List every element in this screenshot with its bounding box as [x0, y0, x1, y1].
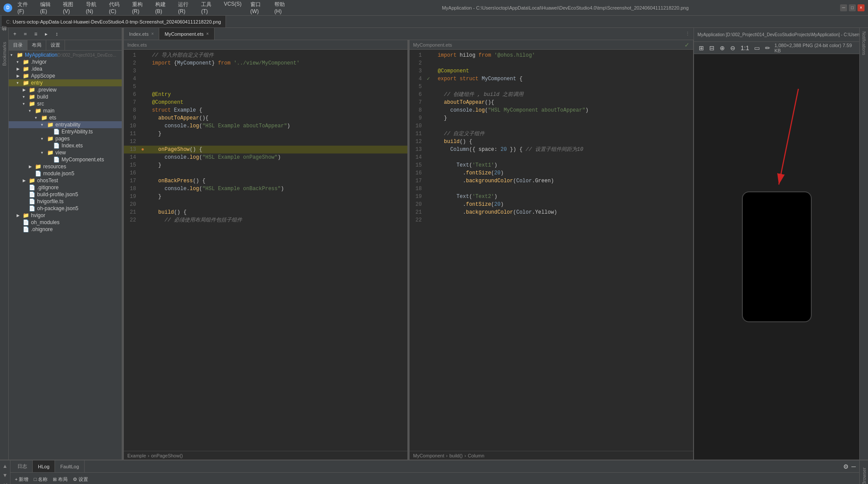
tree-pages[interactable]: ▾ 📁 pages: [9, 135, 122, 142]
sidebar-tab-structure[interactable]: 结构: [0, 31, 8, 38]
tree-oh-modules[interactable]: 📄 oh_modules: [9, 219, 122, 226]
tree-hvigor[interactable]: ▾ 📁 .hvigor: [9, 58, 122, 65]
menu-file[interactable]: 文件(F): [16, 0, 33, 15]
tree-build-profile[interactable]: 📄 build-profile.json5: [9, 191, 122, 198]
window-controls[interactable]: ─ □ ×: [840, 4, 865, 11]
preview-edit-btn[interactable]: ✏: [764, 44, 772, 52]
tree-view[interactable]: ▾ 📁 view: [9, 149, 122, 156]
tab-hlog[interactable]: HLog: [33, 460, 55, 472]
tree-mycomponent-ets[interactable]: 📄 MyComponent.ets: [9, 156, 122, 163]
tree-build[interactable]: ▾ 📁 build: [9, 93, 122, 100]
log-scroll-up[interactable]: ▲: [1, 462, 9, 470]
tab-faultlog[interactable]: FaultLog: [55, 460, 85, 472]
notifications-tab[interactable]: Notifications: [861, 30, 867, 57]
log-layout-btn[interactable]: ⊞ 布局: [51, 475, 69, 484]
add-btn[interactable]: +: [10, 30, 19, 38]
log-tab-bar: 日志 HLog FaultLog ⚙ ─: [10, 460, 859, 473]
sidebar-tab-settings[interactable]: 设置: [46, 40, 65, 50]
menu-edit[interactable]: 编辑(E): [38, 0, 56, 15]
log-tab-right: ⚙ ─: [843, 463, 859, 470]
maximize-button[interactable]: □: [849, 4, 856, 11]
tree-hvigorfile[interactable]: 📄 hvigorfile.ts: [9, 198, 122, 205]
editors-split: Index.ets 1 // 导入外部自定义子组件 2 import {MyCo…: [124, 40, 694, 460]
file-tree: ▾ 📁 MyApplication D:\002_Project\014_Dev…: [9, 51, 122, 460]
sidebar-tab-directory[interactable]: 目录: [9, 40, 27, 50]
path-tab[interactable]: C: Users › octop › AppData › Local › Hua…: [2, 16, 226, 27]
left-code-editor: Index.ets 1 // 导入外部自定义子组件 2 import {MyCo…: [124, 40, 408, 460]
tree-resources[interactable]: ▶ 📁 resources: [9, 163, 122, 170]
run-btn[interactable]: ▸: [42, 30, 51, 38]
path-tab-bar: C: Users › octop › AppData › Local › Hua…: [0, 16, 868, 28]
log-wrap-btn[interactable]: ↩: [1, 481, 9, 484]
menu-view[interactable]: 视图(V): [61, 0, 79, 15]
menu-help[interactable]: 帮助(H): [273, 0, 290, 15]
menu-nav[interactable]: 导航(N): [84, 0, 102, 15]
menu-vcs[interactable]: VCS(S): [222, 0, 243, 15]
tree-idea[interactable]: ▶ 📁 .idea: [9, 65, 122, 72]
tree-ets[interactable]: ▾ 📁 ets: [9, 114, 122, 121]
sidebar-tab-layout[interactable]: 布局: [27, 40, 46, 50]
log-minimize-btn[interactable]: ─: [851, 463, 856, 470]
log-scroll-down[interactable]: ▼: [1, 471, 9, 479]
left-code-content[interactable]: 1 // 导入外部自定义子组件 2 import {MyComponent} f…: [124, 50, 407, 451]
menu-window[interactable]: 窗口(W): [249, 0, 267, 15]
breadcrumb-example: Example: [127, 453, 146, 458]
preview-fit-btn[interactable]: ▭: [753, 44, 761, 52]
log-settings-btn[interactable]: ⚙: [843, 463, 849, 470]
sidebar-tab-bookmarks[interactable]: Bookmarks: [1, 38, 8, 69]
log-settings2-btn[interactable]: ⚙ 设置: [71, 475, 90, 484]
right-code-content[interactable]: 1 import hilog from '@ohos.hilog' 2 3 @C…: [410, 50, 693, 451]
code-line-18: 18 console.log("HSL Example onBackPress"…: [124, 185, 407, 193]
tree-hvigor2[interactable]: ▶ 📁 hvigor: [9, 212, 122, 219]
phone-preview: [742, 191, 812, 322]
rcode-line-10: 10: [410, 122, 693, 130]
collapse-btn[interactable]: =: [21, 30, 30, 38]
menu-run[interactable]: 运行(R): [176, 0, 194, 15]
menu-build[interactable]: 构建(B): [154, 0, 171, 15]
minimize-button[interactable]: ─: [840, 4, 847, 11]
tree-entry[interactable]: ▾ 📁 entry: [9, 79, 122, 86]
menu-btn[interactable]: ≡: [31, 30, 40, 38]
editor-area: Index.ets × MyComponent.ets × ⋮ Index.et…: [124, 28, 694, 460]
menu-bar[interactable]: 文件(F) 编辑(E) 视图(V) 导航(N) 代码(C) 重构(R) 构建(B…: [16, 0, 290, 15]
tab-mycomponent-ets[interactable]: MyComponent.ets ×: [159, 28, 214, 40]
menu-tools[interactable]: 工具(T): [199, 0, 217, 15]
tree-oh-package[interactable]: 📄 oh-package.json5: [9, 205, 122, 212]
close-button[interactable]: ×: [858, 4, 865, 11]
log-add-btn[interactable]: + 新增: [13, 475, 30, 484]
preview-1to1-btn[interactable]: 1:1: [739, 44, 750, 52]
preview-grid-btn[interactable]: ⊞: [697, 44, 705, 52]
code-line-3: 3: [124, 67, 407, 75]
code-line-9: 9 aboutToAppear(){: [124, 114, 407, 122]
tree-src[interactable]: ▾ 📁 src: [9, 100, 122, 107]
log-name-btn[interactable]: □ 名称: [32, 475, 49, 484]
rcode-line-14: 14: [410, 153, 693, 161]
tree-preview[interactable]: ▶ 📁 .preview: [9, 86, 122, 93]
split-editor-btn[interactable]: ⋮: [685, 31, 690, 37]
tree-entryability-ts[interactable]: 📄 EntryAbility.ts: [9, 128, 122, 135]
tree-gitignore[interactable]: 📄 .gitignore: [9, 184, 122, 191]
menu-code[interactable]: 代码(C): [107, 0, 125, 15]
code-line-2: 2 import {MyComponent} from '../view/MyC…: [124, 59, 407, 67]
close-tab-index[interactable]: ×: [151, 31, 154, 36]
svg-line-1: [779, 89, 798, 184]
menu-refactor[interactable]: 重构(R): [130, 0, 148, 15]
tree-module-json5[interactable]: 📄 module.json5: [9, 170, 122, 177]
tree-root[interactable]: ▾ 📁 MyApplication D:\002_Project\014_Dev…: [9, 51, 122, 58]
main-container: 结构 Bookmarks + = ≡ ▸ ↕ 目录 布局 设置 ▾ 📁 MyAp…: [0, 28, 868, 460]
sort-btn[interactable]: ↕: [52, 30, 61, 38]
tree-entryability[interactable]: ▾ 📁 entryability: [9, 121, 122, 128]
preview-zoomout-btn[interactable]: ⊖: [729, 44, 737, 52]
tree-appscope[interactable]: ▶ 📁 AppScope: [9, 72, 122, 79]
tab-log[interactable]: 日志: [12, 460, 33, 472]
left-editor-title: Index.ets: [127, 42, 147, 48]
device-file-browser-tab[interactable]: Device File Browser: [861, 464, 868, 484]
tree-ohignore[interactable]: 📄 .ohignore: [9, 226, 122, 233]
tree-ohostest[interactable]: ▶ 📁 ohosTest: [9, 177, 122, 184]
preview-list-btn[interactable]: ⊟: [708, 44, 716, 52]
tab-index-ets[interactable]: Index.ets ×: [124, 28, 159, 40]
tree-index-ets[interactable]: 📄 Index.ets: [9, 142, 122, 149]
tree-main[interactable]: ▾ 📁 main: [9, 107, 122, 114]
preview-zoomin-btn[interactable]: ⊕: [718, 44, 726, 52]
close-tab-mycomponent[interactable]: ×: [206, 31, 209, 36]
